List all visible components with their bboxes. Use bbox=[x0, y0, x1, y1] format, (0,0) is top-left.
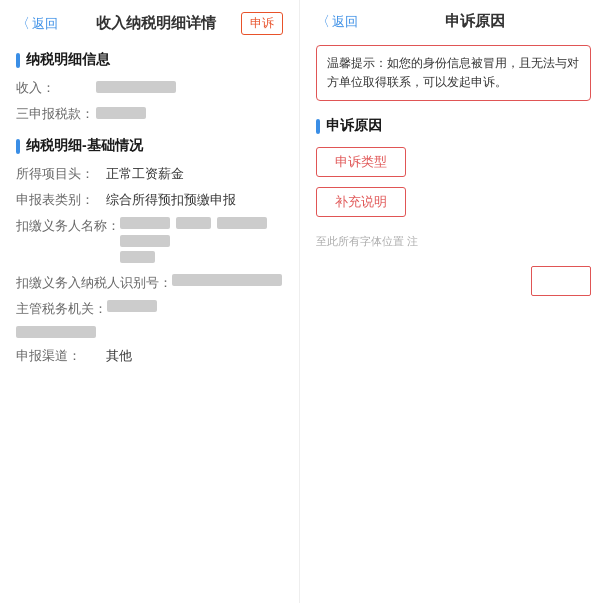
blue-bar-2-icon bbox=[16, 139, 20, 154]
back-label-left: 返回 bbox=[32, 15, 58, 33]
blue-bar-3-icon bbox=[316, 119, 320, 134]
chevron-right-back-icon: 〈 bbox=[316, 13, 330, 31]
duty-name-value bbox=[120, 217, 283, 266]
tax-info-section-title: 纳税明细信息 bbox=[16, 51, 283, 69]
duty-name-placeholder bbox=[120, 217, 283, 247]
report-type-label: 申报表类别： bbox=[16, 191, 106, 209]
gray-4 bbox=[120, 235, 170, 247]
income-label: 收入： bbox=[16, 79, 96, 97]
left-header: 〈 返回 收入纳税明细详情 申诉 bbox=[16, 12, 283, 35]
back-button-right[interactable]: 〈 返回 bbox=[316, 13, 358, 31]
back-label-right: 返回 bbox=[332, 13, 358, 31]
left-panel: 〈 返回 收入纳税明细详情 申诉 纳税明细信息 收入： 三申报税款： bbox=[0, 0, 300, 603]
tax-authority-row: 主管税务机关： bbox=[16, 300, 283, 318]
warning-box: 温馨提示：如您的身份信息被冒用，且无法与对方单位取得联系，可以发起申诉。 bbox=[316, 45, 591, 101]
tax-report-value bbox=[96, 107, 283, 122]
tax-report-row: 三申报税款： bbox=[16, 105, 283, 123]
income-item-label: 所得项目头： bbox=[16, 165, 106, 183]
duty-name-row: 扣缴义务人名称： bbox=[16, 217, 283, 266]
channel-value: 其他 bbox=[106, 347, 283, 365]
empty-input-box[interactable] bbox=[531, 266, 591, 296]
report-type-value: 综合所得预扣预缴申报 bbox=[106, 191, 283, 209]
tax-report-placeholder bbox=[96, 107, 146, 119]
channel-label: 申报渠道： bbox=[16, 347, 106, 365]
chevron-left-icon: 〈 bbox=[16, 15, 30, 33]
complaint-type-button[interactable]: 申诉类型 bbox=[316, 147, 406, 177]
hint-text: 至此所有字体位置 注 bbox=[316, 233, 591, 250]
gray-1 bbox=[120, 217, 170, 229]
page-title-left: 收入纳税明细详情 bbox=[70, 14, 241, 33]
right-panel: 〈 返回 申诉原因 温馨提示：如您的身份信息被冒用，且无法与对方单位取得联系，可… bbox=[300, 0, 607, 603]
right-header: 〈 返回 申诉原因 bbox=[316, 12, 591, 31]
warning-text: 温馨提示：如您的身份信息被冒用，且无法与对方单位取得联系，可以发起申诉。 bbox=[327, 56, 579, 89]
income-item-row: 所得项目头： 正常工资薪金 bbox=[16, 165, 283, 183]
duty-name-label: 扣缴义务人名称： bbox=[16, 217, 120, 266]
tax-report-label: 三申报税款： bbox=[16, 105, 96, 123]
apply-button[interactable]: 申诉 bbox=[241, 12, 283, 35]
tax-authority-placeholder bbox=[107, 300, 157, 312]
complaint-section-label: 申诉原因 bbox=[326, 117, 382, 135]
basic-section-title: 纳税明细-基础情况 bbox=[16, 137, 283, 155]
income-placeholder bbox=[96, 81, 176, 93]
blue-bar-icon bbox=[16, 53, 20, 68]
tax-authority-value bbox=[107, 300, 283, 318]
duty-id-value bbox=[172, 274, 283, 292]
income-value bbox=[96, 81, 283, 96]
duty-id-placeholder bbox=[172, 274, 282, 286]
duty-id-label: 扣缴义务入纳税人识别号： bbox=[16, 274, 172, 292]
page-title-right: 申诉原因 bbox=[358, 12, 591, 31]
gray-2 bbox=[176, 217, 211, 229]
channel-row: 申报渠道： 其他 bbox=[16, 347, 283, 365]
back-button-left[interactable]: 〈 返回 bbox=[16, 15, 58, 33]
income-item-value: 正常工资薪金 bbox=[106, 165, 283, 183]
duty-id-row: 扣缴义务入纳税人识别号： bbox=[16, 274, 283, 292]
tax-authority-extra bbox=[16, 326, 283, 341]
complaint-section-title: 申诉原因 bbox=[316, 117, 591, 135]
extra-placeholder bbox=[16, 326, 96, 338]
report-type-row: 申报表类别： 综合所得预扣预缴申报 bbox=[16, 191, 283, 209]
supplement-button[interactable]: 补充说明 bbox=[316, 187, 406, 217]
tax-authority-label: 主管税务机关： bbox=[16, 300, 107, 318]
income-row: 收入： bbox=[16, 79, 283, 97]
gray-3 bbox=[217, 217, 267, 229]
gray-5 bbox=[120, 251, 155, 263]
